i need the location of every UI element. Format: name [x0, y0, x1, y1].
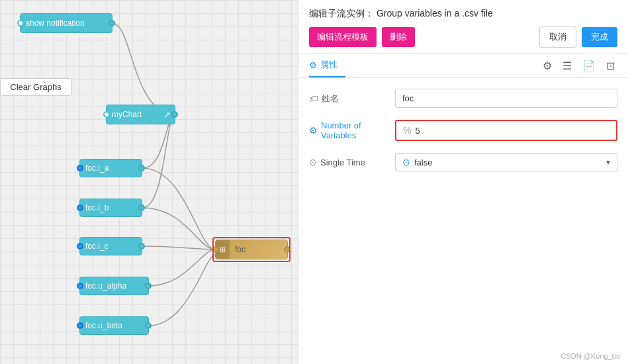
tab-icons: ⚙ ☰ 📄 ⊡ — [540, 57, 617, 75]
foc-ic-node[interactable]: foc.i_c — [79, 237, 142, 255]
header-buttons: 编辑流程模板 删除 取消 完成 — [309, 26, 617, 48]
title-name: Group variables in a .csv file — [377, 8, 493, 19]
edit-template-button[interactable]: 编辑流程模板 — [309, 27, 377, 47]
single-time-field-row: ⊙ Single Time ⊙ false ▾ — [309, 153, 617, 171]
single-time-value: false — [414, 158, 606, 167]
attribution: CSDN @Kong_bo — [298, 348, 628, 364]
tab-properties[interactable]: ⚙ 属性 — [309, 54, 345, 77]
name-label: 🏷 姓名 — [309, 93, 395, 105]
external-icon[interactable]: ⊡ — [604, 57, 617, 75]
foc-ualpha-node[interactable]: foc.u_alpha — [79, 277, 149, 295]
foc-main-node[interactable]: ⊞ foc — [215, 240, 288, 259]
right-panel: 编辑子流实例： Group variables in a .csv file 编… — [298, 0, 628, 364]
chevron-down-icon: ▾ — [606, 158, 610, 167]
cancel-button[interactable]: 取消 — [539, 26, 576, 48]
single-time-label: ⊙ Single Time — [309, 157, 395, 167]
panel-content: 🏷 姓名 ⚙ Number of Variables % ⊙ Single Ti… — [298, 78, 628, 348]
gear-settings-icon: ⚙ — [309, 125, 318, 136]
hash-icon: % — [403, 125, 411, 136]
gear-icon: ⚙ — [309, 60, 317, 70]
document-icon[interactable]: 📄 — [580, 57, 598, 75]
single-time-select[interactable]: ⊙ false ▾ — [395, 153, 617, 171]
num-variables-input[interactable] — [415, 126, 609, 136]
mychart-node[interactable]: myChart ↗ — [106, 105, 175, 124]
settings-icon[interactable]: ⚙ — [540, 57, 555, 75]
list-icon[interactable]: ☰ — [560, 57, 574, 75]
clock-icon: ⊙ — [309, 157, 317, 167]
num-variables-input-wrap[interactable]: % — [395, 120, 617, 141]
done-button[interactable]: 完成 — [582, 27, 617, 47]
tag-icon: 🏷 — [309, 93, 318, 104]
canvas-area: Clear Graphs show notification myChart ↗… — [0, 0, 298, 364]
name-field-row: 🏷 姓名 — [309, 89, 617, 108]
panel-tabs: ⚙ 属性 ⚙ ☰ 📄 ⊡ — [298, 54, 628, 78]
name-input[interactable] — [395, 89, 617, 108]
foc-ubeta-node[interactable]: foc.u_beta — [79, 316, 149, 335]
chart-icon: ↗ — [163, 110, 171, 120]
panel-title: 编辑子流实例： Group variables in a .csv file — [309, 8, 617, 20]
tab-properties-label: 属性 — [320, 59, 337, 71]
show-notification-node[interactable]: show notification — [20, 13, 112, 33]
panel-header: 编辑子流实例： Group variables in a .csv file 编… — [298, 0, 628, 54]
connections-svg — [0, 0, 298, 364]
title-prefix: 编辑子流实例： — [309, 8, 374, 19]
num-variables-label: ⚙ Number of Variables — [309, 120, 395, 140]
attribution-text: CSDN @Kong_bo — [561, 352, 620, 360]
num-variables-label-text: Number of Variables — [321, 120, 395, 140]
foc-ib-node[interactable]: foc.i_b — [79, 199, 142, 217]
delete-button[interactable]: 删除 — [382, 27, 415, 47]
foc-ia-node[interactable]: foc.i_a — [79, 159, 142, 177]
radio-icon: ⊙ — [402, 157, 410, 167]
single-time-label-text: Single Time — [320, 158, 365, 167]
num-variables-field-row: ⚙ Number of Variables % — [309, 120, 617, 141]
name-label-text: 姓名 — [322, 93, 339, 105]
clear-graphs-button[interactable]: Clear Graphs — [0, 78, 71, 96]
